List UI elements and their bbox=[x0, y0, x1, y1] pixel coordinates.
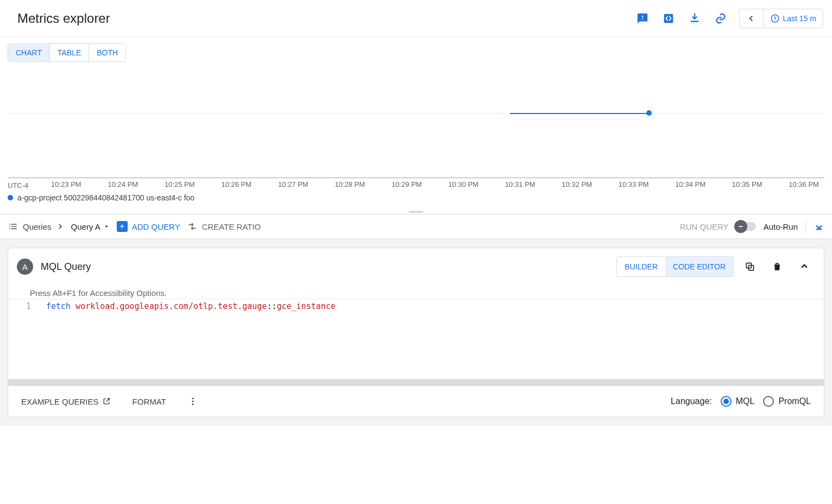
link-icon[interactable] bbox=[709, 7, 733, 30]
code-editor-mode-button[interactable]: CODE EDITOR bbox=[665, 257, 733, 276]
svg-point-7 bbox=[192, 401, 193, 402]
toggle-knob bbox=[734, 220, 747, 233]
x-tick: 10:23 PM bbox=[51, 180, 81, 188]
promql-label: PromQL bbox=[778, 396, 811, 406]
create-ratio-label: CREATE RATIO bbox=[202, 222, 261, 231]
legend-label: a-gcp-project 5002298440842481700 us-eas… bbox=[17, 193, 194, 202]
x-tick: 10:36 PM bbox=[789, 180, 819, 188]
x-tick: 10:35 PM bbox=[732, 180, 762, 188]
auto-run-label: Auto-Run bbox=[764, 222, 798, 231]
editor-mode-group: BUILDER CODE EDITOR bbox=[616, 256, 734, 277]
delete-icon[interactable] bbox=[766, 256, 788, 278]
x-tick: 10:28 PM bbox=[335, 180, 365, 188]
mql-label: MQL bbox=[736, 396, 755, 406]
more-options-icon[interactable] bbox=[188, 396, 198, 406]
chevron-right-icon bbox=[56, 222, 65, 231]
builder-mode-button[interactable]: BUILDER bbox=[617, 257, 665, 276]
panel-title: MQL Query bbox=[41, 261, 91, 273]
copy-icon[interactable] bbox=[739, 256, 761, 278]
time-range-button[interactable]: Last 15 m bbox=[764, 14, 823, 23]
series-point bbox=[646, 110, 652, 116]
ratio-icon bbox=[187, 221, 198, 232]
series-line bbox=[510, 113, 649, 114]
auto-run-toggle[interactable] bbox=[736, 222, 756, 231]
resize-handle[interactable] bbox=[0, 210, 832, 214]
x-tick: 10:33 PM bbox=[619, 180, 649, 188]
page-title: Metrics explorer bbox=[17, 11, 110, 26]
x-tick: 10:30 PM bbox=[448, 180, 478, 188]
caret-down-icon bbox=[103, 223, 110, 230]
panel-footer-left: EXAMPLE QUERIES FORMAT bbox=[21, 396, 198, 406]
panel-header-right: BUILDER CODE EDITOR bbox=[616, 256, 815, 278]
plus-icon: + bbox=[117, 221, 128, 232]
time-back-button[interactable] bbox=[740, 9, 764, 28]
line-gutter: 1 bbox=[8, 299, 41, 386]
query-panel: A MQL Query BUILDER CODE EDITOR Press bbox=[8, 248, 824, 417]
x-tick: 10:34 PM bbox=[675, 180, 705, 188]
queries-breadcrumb[interactable]: Queries bbox=[8, 221, 65, 232]
external-link-icon bbox=[102, 397, 111, 406]
code-view-icon[interactable] bbox=[657, 7, 680, 30]
example-queries-label: EXAMPLE QUERIES bbox=[21, 397, 99, 406]
run-query-button[interactable]: RUN QUERY bbox=[680, 222, 729, 231]
line-number: 1 bbox=[26, 301, 31, 311]
query-selector[interactable]: Query A bbox=[71, 222, 110, 231]
x-axis-labels: 10:23 PM 10:24 PM 10:25 PM 10:26 PM 10:2… bbox=[51, 178, 824, 188]
example-queries-button[interactable]: EXAMPLE QUERIES bbox=[21, 397, 111, 406]
list-icon bbox=[8, 221, 18, 232]
grid-line bbox=[8, 113, 824, 114]
add-query-label: ADD QUERY bbox=[132, 222, 180, 231]
x-tick: 10:29 PM bbox=[392, 180, 422, 188]
divider bbox=[805, 220, 806, 233]
accessibility-hint: Press Alt+F1 for Accessibility Options. bbox=[8, 285, 824, 299]
chart-area[interactable]: 6 5 4 UTC-4 10:23 PM 10:24 PM 10:25 PM 1… bbox=[0, 48, 832, 189]
language-promql-option[interactable]: PromQL bbox=[763, 396, 811, 407]
current-query-label: Query A bbox=[71, 222, 100, 231]
time-range-group: Last 15 m bbox=[739, 9, 823, 28]
x-tick: 10:26 PM bbox=[221, 180, 251, 188]
panel-header-left: A MQL Query bbox=[17, 259, 91, 275]
format-button[interactable]: FORMAT bbox=[133, 397, 166, 406]
svg-point-8 bbox=[192, 404, 193, 405]
query-toolbar-right: RUN QUERY Auto-Run bbox=[680, 220, 824, 233]
editor-scrollbar[interactable] bbox=[8, 379, 824, 386]
timezone-label: UTC-4 bbox=[8, 181, 28, 190]
add-query-button[interactable]: + ADD QUERY bbox=[117, 221, 180, 232]
chart-plot: 6 5 4 UTC-4 bbox=[8, 48, 824, 178]
header: Metrics explorer Last 15 m bbox=[0, 0, 832, 37]
language-mql-option[interactable]: MQL bbox=[721, 396, 755, 407]
query-toolbar: Queries Query A + ADD QUERY CREATE RATIO… bbox=[0, 214, 832, 239]
header-actions: Last 15 m bbox=[631, 7, 823, 30]
code-resource: gce_instance bbox=[276, 301, 335, 311]
radio-checked-icon bbox=[721, 396, 732, 407]
x-tick: 10:31 PM bbox=[505, 180, 535, 188]
svg-point-6 bbox=[192, 398, 193, 399]
x-tick: 10:27 PM bbox=[278, 180, 308, 188]
time-range-text: Last 15 m bbox=[783, 14, 816, 23]
x-tick: 10:32 PM bbox=[562, 180, 592, 188]
radio-unchecked-icon bbox=[763, 396, 774, 407]
feedback-icon[interactable] bbox=[631, 7, 654, 30]
x-tick: 10:24 PM bbox=[108, 180, 138, 188]
code-line: fetch workload.googleapis.com/otlp.test.… bbox=[41, 299, 341, 386]
queries-label-text: Queries bbox=[23, 222, 52, 231]
panel-footer: EXAMPLE QUERIES FORMAT Language: MQL Pro… bbox=[8, 386, 824, 417]
collapse-query-icon[interactable] bbox=[793, 256, 815, 278]
collapse-panel-icon[interactable] bbox=[814, 221, 824, 232]
panel-header: A MQL Query BUILDER CODE EDITOR bbox=[8, 248, 824, 285]
svg-rect-0 bbox=[664, 14, 673, 23]
query-badge: A bbox=[17, 259, 33, 275]
code-sep: :: bbox=[267, 301, 276, 311]
language-label: Language: bbox=[671, 396, 712, 406]
code-keyword: fetch bbox=[46, 301, 71, 311]
code-editor[interactable]: 1 fetch workload.googleapis.com/otlp.tes… bbox=[8, 299, 824, 386]
panel-footer-right: Language: MQL PromQL bbox=[671, 396, 811, 407]
code-metric: workload.googleapis.com/otlp.test.gauge bbox=[75, 301, 267, 311]
download-icon[interactable] bbox=[683, 7, 707, 30]
chart-legend[interactable]: a-gcp-project 5002298440842481700 us-eas… bbox=[0, 189, 832, 210]
legend-color-dot bbox=[8, 195, 13, 200]
create-ratio-button[interactable]: CREATE RATIO bbox=[187, 221, 261, 232]
x-tick: 10:25 PM bbox=[165, 180, 195, 188]
query-toolbar-left: Queries Query A + ADD QUERY CREATE RATIO bbox=[8, 221, 261, 232]
query-panel-area: A MQL Query BUILDER CODE EDITOR Press bbox=[0, 239, 832, 426]
